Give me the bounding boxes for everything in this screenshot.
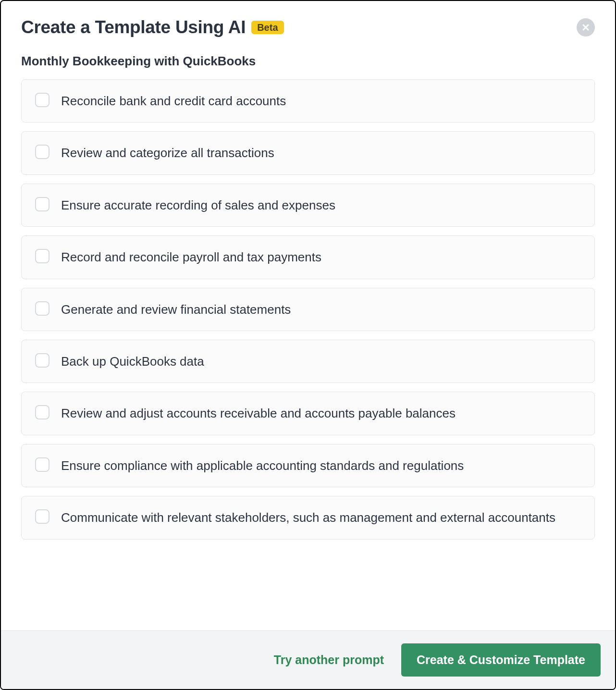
modal-body: Create a Template Using AI Beta Monthly … xyxy=(1,1,615,630)
task-item[interactable]: Reconcile bank and credit card accounts xyxy=(21,79,595,123)
task-item[interactable]: Ensure accurate recording of sales and e… xyxy=(21,184,595,227)
task-checkbox[interactable] xyxy=(35,457,49,472)
task-item[interactable]: Communicate with relevant stakeholders, … xyxy=(21,496,595,539)
ai-template-modal: Create a Template Using AI Beta Monthly … xyxy=(0,0,616,690)
task-item[interactable]: Ensure compliance with applicable accoun… xyxy=(21,444,595,487)
template-subtitle: Monthly Bookkeeping with QuickBooks xyxy=(21,54,595,69)
task-item[interactable]: Generate and review financial statements xyxy=(21,288,595,331)
title-wrap: Create a Template Using AI Beta xyxy=(21,17,284,37)
try-another-button[interactable]: Try another prompt xyxy=(274,653,384,667)
task-item[interactable]: Review and adjust accounts receivable an… xyxy=(21,392,595,435)
task-label: Record and reconcile payroll and tax pay… xyxy=(61,248,321,266)
task-checkbox[interactable] xyxy=(35,353,49,368)
task-label: Ensure compliance with applicable accoun… xyxy=(61,457,464,474)
task-checkbox[interactable] xyxy=(35,249,49,263)
task-item[interactable]: Record and reconcile payroll and tax pay… xyxy=(21,235,595,279)
task-label: Generate and review financial statements xyxy=(61,301,291,318)
task-checkbox[interactable] xyxy=(35,93,49,107)
task-label: Ensure accurate recording of sales and e… xyxy=(61,197,335,214)
task-label: Back up QuickBooks data xyxy=(61,353,204,370)
close-icon xyxy=(582,24,590,31)
close-button[interactable] xyxy=(577,18,595,37)
create-template-button[interactable]: Create & Customize Template xyxy=(401,643,601,677)
modal-footer: Try another prompt Create & Customize Te… xyxy=(1,630,615,689)
task-checkbox[interactable] xyxy=(35,145,49,159)
task-checkbox[interactable] xyxy=(35,301,49,316)
task-item[interactable]: Back up QuickBooks data xyxy=(21,340,595,383)
modal-header: Create a Template Using AI Beta xyxy=(21,17,595,37)
task-label: Communicate with relevant stakeholders, … xyxy=(61,509,555,526)
beta-badge: Beta xyxy=(251,21,283,34)
task-list: Reconcile bank and credit card accounts … xyxy=(21,79,595,540)
task-label: Review and adjust accounts receivable an… xyxy=(61,405,456,422)
task-label: Review and categorize all transactions xyxy=(61,144,274,161)
task-item[interactable]: Review and categorize all transactions xyxy=(21,131,595,174)
task-checkbox[interactable] xyxy=(35,405,49,419)
task-label: Reconcile bank and credit card accounts xyxy=(61,92,286,110)
task-checkbox[interactable] xyxy=(35,197,49,211)
modal-title: Create a Template Using AI xyxy=(21,17,246,37)
task-checkbox[interactable] xyxy=(35,509,49,524)
